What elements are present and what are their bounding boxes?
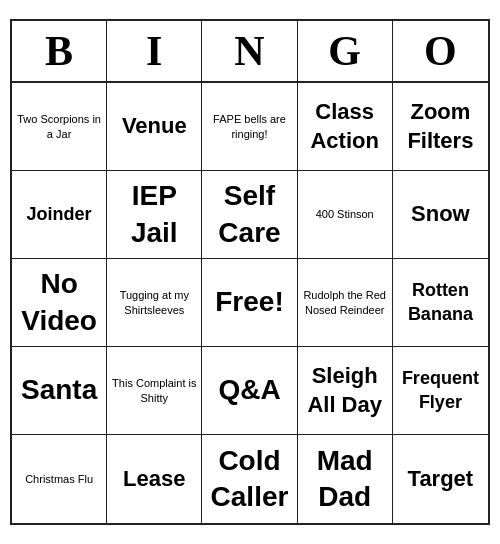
cell-text-20: Christmas Flu	[25, 472, 93, 486]
bingo-cell-14: Rotten Banana	[393, 259, 488, 347]
bingo-cell-8: 400 Stinson	[298, 171, 393, 259]
cell-text-3: Class Action	[302, 98, 388, 155]
cell-text-11: Tugging at my Shirtsleeves	[111, 288, 197, 317]
header-letter-g: G	[298, 21, 393, 81]
bingo-cell-4: Zoom Filters	[393, 83, 488, 171]
cell-text-7: Self Care	[206, 178, 292, 251]
header-letter-b: B	[12, 21, 107, 81]
bingo-card: BINGO Two Scorpions in a JarVenueFAPE be…	[10, 19, 490, 525]
bingo-cell-21: Lease	[107, 435, 202, 523]
bingo-cell-6: IEP Jail	[107, 171, 202, 259]
bingo-cell-20: Christmas Flu	[12, 435, 107, 523]
cell-text-6: IEP Jail	[111, 178, 197, 251]
cell-text-9: Snow	[411, 200, 470, 229]
header-letter-i: I	[107, 21, 202, 81]
cell-text-10: No Video	[16, 266, 102, 339]
cell-text-23: Mad Dad	[302, 443, 388, 516]
cell-text-21: Lease	[123, 465, 185, 494]
bingo-cell-17: Q&A	[202, 347, 297, 435]
bingo-cell-16: This Complaint is Shitty	[107, 347, 202, 435]
bingo-cell-7: Self Care	[202, 171, 297, 259]
bingo-cell-2: FAPE bells are ringing!	[202, 83, 297, 171]
cell-text-16: This Complaint is Shitty	[111, 376, 197, 405]
bingo-cell-24: Target	[393, 435, 488, 523]
cell-text-22: Cold Caller	[206, 443, 292, 516]
bingo-cell-23: Mad Dad	[298, 435, 393, 523]
bingo-cell-0: Two Scorpions in a Jar	[12, 83, 107, 171]
cell-text-18: Sleigh All Day	[302, 362, 388, 419]
bingo-cell-19: Frequent Flyer	[393, 347, 488, 435]
cell-text-5: Joinder	[27, 203, 92, 226]
bingo-cell-11: Tugging at my Shirtsleeves	[107, 259, 202, 347]
cell-text-15: Santa	[21, 372, 97, 408]
cell-text-14: Rotten Banana	[397, 279, 484, 326]
cell-text-12: Free!	[215, 284, 283, 320]
bingo-cell-22: Cold Caller	[202, 435, 297, 523]
header-letter-n: N	[202, 21, 297, 81]
bingo-cell-15: Santa	[12, 347, 107, 435]
cell-text-8: 400 Stinson	[316, 207, 374, 221]
cell-text-17: Q&A	[218, 372, 280, 408]
header-letter-o: O	[393, 21, 488, 81]
bingo-cell-10: No Video	[12, 259, 107, 347]
bingo-cell-18: Sleigh All Day	[298, 347, 393, 435]
bingo-cell-13: Rudolph the Red Nosed Reindeer	[298, 259, 393, 347]
bingo-header: BINGO	[12, 21, 488, 83]
cell-text-13: Rudolph the Red Nosed Reindeer	[302, 288, 388, 317]
cell-text-1: Venue	[122, 112, 187, 141]
bingo-cell-9: Snow	[393, 171, 488, 259]
bingo-cell-1: Venue	[107, 83, 202, 171]
bingo-cell-12: Free!	[202, 259, 297, 347]
cell-text-0: Two Scorpions in a Jar	[16, 112, 102, 141]
bingo-cell-5: Joinder	[12, 171, 107, 259]
cell-text-2: FAPE bells are ringing!	[206, 112, 292, 141]
bingo-grid: Two Scorpions in a JarVenueFAPE bells ar…	[12, 83, 488, 523]
cell-text-19: Frequent Flyer	[397, 367, 484, 414]
bingo-cell-3: Class Action	[298, 83, 393, 171]
cell-text-24: Target	[408, 465, 474, 494]
cell-text-4: Zoom Filters	[397, 98, 484, 155]
